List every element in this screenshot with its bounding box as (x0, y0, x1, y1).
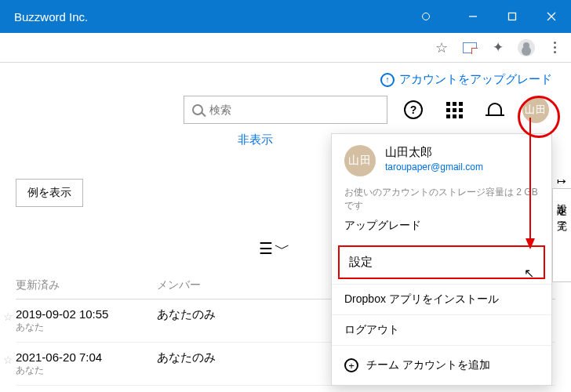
complete-setup-label: 設定を完了 (555, 195, 569, 215)
upgrade-account-text: アカウントをアップグレード (399, 72, 552, 87)
col-members: メンバー (157, 278, 314, 292)
row-members: あなたのみ (157, 307, 314, 322)
account-menu: 山田 山田太郎 taroupaper@gmail.com お使いのアカウントのス… (331, 133, 552, 386)
menu-avatar-icon: 山田 (344, 145, 376, 176)
search-input[interactable] (209, 103, 379, 116)
window-close-button[interactable] (532, 0, 571, 33)
extensions-icon[interactable]: ✦ (489, 39, 507, 56)
star-outline-icon[interactable]: ☆ (3, 310, 13, 323)
status-dot-icon (422, 13, 430, 20)
upgrade-account-link[interactable]: ↑ アカウントをアップグレード (380, 72, 552, 87)
app-toolbar: ? 山田 (0, 92, 571, 132)
profile-avatar-icon[interactable] (518, 39, 535, 56)
window-title: Buzzword Inc. (14, 10, 88, 24)
cursor-icon: ↖ (524, 266, 534, 281)
help-icon: ? (404, 100, 423, 119)
account-avatar-icon: 山田 (522, 96, 549, 123)
menu-add-team[interactable]: + チーム アカウントを追加 (332, 345, 551, 385)
svg-rect-1 (509, 13, 516, 20)
account-name: 山田太郎 (385, 145, 483, 160)
browser-toolbar: ☆ ✦ (0, 33, 571, 63)
notifications-button[interactable] (480, 95, 510, 125)
window-minimize-button[interactable] (453, 0, 493, 33)
menu-settings-label: 設定 (349, 255, 373, 268)
bell-icon (486, 101, 504, 118)
apps-grid-icon (446, 102, 463, 118)
storage-text: お使いのアカウントのストレージ容量は 2 GB です (332, 181, 551, 216)
upgrade-banner: ↑ アカウントをアップグレード (0, 63, 571, 92)
menu-install-app[interactable]: Dropbox アプリをインストール (332, 284, 551, 314)
row-owner: あなた (16, 364, 157, 377)
menu-upgrade[interactable]: アップグレード (332, 216, 551, 241)
apps-grid-button[interactable] (439, 95, 469, 125)
row-owner: あなた (16, 321, 157, 334)
menu-logout[interactable]: ログアウト (332, 314, 551, 345)
hide-toggle-link[interactable]: 非表示 (238, 132, 273, 146)
col-updated: 更新済み (16, 278, 157, 292)
bookmark-star-icon[interactable]: ☆ (433, 39, 450, 56)
account-menu-header: 山田 山田太郎 taroupaper@gmail.com (332, 134, 551, 181)
browser-menu-button[interactable] (546, 39, 563, 56)
collapse-arrow-icon: ↦ (555, 175, 568, 189)
menu-add-team-label: チーム アカウントを追加 (366, 358, 490, 372)
view-options-button[interactable]: ☰ ﹀ (259, 238, 289, 260)
help-button[interactable]: ? (398, 95, 428, 125)
account-email[interactable]: taroupaper@gmail.com (385, 162, 483, 172)
window-titlebar: Buzzword Inc. (0, 0, 571, 33)
complete-setup-tab[interactable]: ↦ 設定を完了 (552, 188, 571, 282)
search-icon (192, 104, 203, 115)
upgrade-arrow-icon: ↑ (380, 73, 395, 87)
row-members: あなたのみ (157, 350, 314, 365)
menu-settings[interactable]: 設定 ↖ (338, 245, 545, 279)
plus-circle-icon: + (344, 358, 358, 372)
window-maximize-button[interactable] (493, 0, 532, 33)
show-example-button[interactable]: 例を表示 (16, 179, 83, 207)
row-datetime: 2019-09-02 10:55 (16, 307, 157, 321)
extension-box-icon[interactable] (461, 39, 478, 56)
account-avatar-button[interactable]: 山田 (521, 95, 551, 125)
row-datetime: 2021-06-20 7:04 (16, 350, 157, 364)
search-box[interactable] (184, 96, 387, 124)
star-outline-icon[interactable]: ☆ (3, 354, 13, 366)
